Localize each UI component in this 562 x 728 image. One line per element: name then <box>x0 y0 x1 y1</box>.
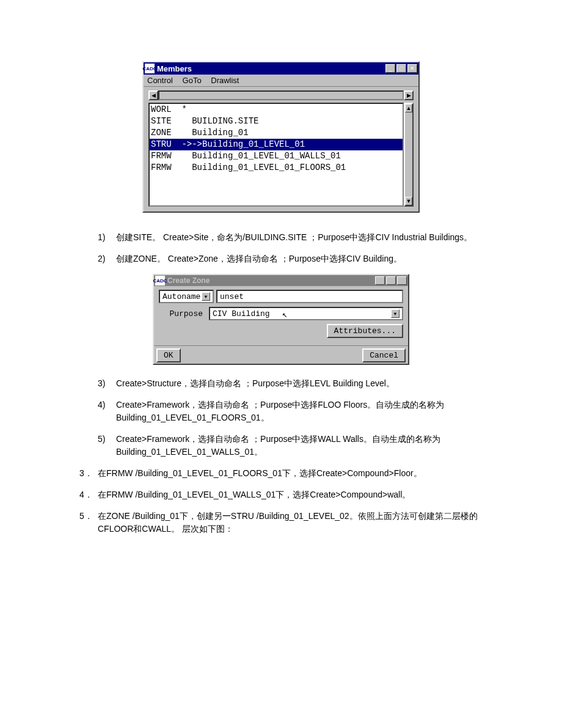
tree-row[interactable]: FRMW Building_01_LEVEL_01_FLOORS_01 <box>150 162 403 174</box>
menubar: Control GoTo Drawlist <box>144 75 418 87</box>
step-number: 4) <box>98 399 105 411</box>
chevron-down-icon[interactable]: ▼ <box>391 309 400 318</box>
purpose-value: CIV Building <box>213 309 270 318</box>
step-number: 3． <box>79 467 93 480</box>
tree-row[interactable]: STRU ->->Building_01_LEVEL_01 <box>150 139 403 150</box>
scroll-track[interactable] <box>158 90 404 100</box>
step-number: 4． <box>79 488 93 501</box>
scroll-right-icon[interactable]: ▶ <box>404 90 414 100</box>
titlebar[interactable]: CADC Create Zone _ □ ✕ <box>154 275 408 286</box>
step-number: 3) <box>98 377 105 390</box>
menu-goto[interactable]: GoTo <box>183 76 202 85</box>
purpose-select[interactable]: CIV Building ↖ ▼ <box>209 307 403 320</box>
autoname-combo[interactable]: Autoname ▼ <box>159 290 214 303</box>
sub-steps-a: 1)创建SITE。 Create>Site，命名为/BUILDING.SITE … <box>79 231 483 265</box>
tree-row[interactable]: SITE BUILDING.SITE <box>150 116 403 127</box>
main-steps: 3．在FRMW /Building_01_LEVEL_01_FLOORS_01下… <box>79 467 483 535</box>
window-title: Create Zone <box>167 276 210 285</box>
tree-row[interactable]: ZONE Building_01 <box>150 127 403 139</box>
minimize-icon[interactable]: _ <box>385 64 395 73</box>
step-number: 5． <box>79 510 93 523</box>
autoname-label: Autoname <box>162 292 200 301</box>
tree-row[interactable]: FRMW Building_01_LEVEL_01_WALLS_01 <box>150 150 403 162</box>
attributes-button[interactable]: Attributes... <box>327 324 403 338</box>
tree-row[interactable]: WORL * <box>150 104 403 116</box>
close-icon[interactable]: ✕ <box>407 64 417 73</box>
step-text: Create>Structure，选择自动命名 ；Purpose中选择LEVL … <box>116 378 395 388</box>
vertical-scrollbar[interactable]: ▲ ▼ <box>404 103 414 207</box>
step-text: 在FRMW /Building_01_LEVEL_01_FLOORS_01下，选… <box>98 468 422 478</box>
app-icon: CADC <box>145 64 155 73</box>
app-icon: CADC <box>155 276 165 285</box>
titlebar[interactable]: CADC Members _ □ ✕ <box>144 62 418 75</box>
close-icon[interactable]: ✕ <box>397 276 407 285</box>
step-text: 在ZONE /Building_01下，创建另一STRU /Building_0… <box>98 511 478 534</box>
cursor-icon: ↖ <box>282 309 287 320</box>
step-text: Create>Framework，选择自动命名 ；Purpose中选择FLOO … <box>116 400 444 422</box>
scroll-down-icon[interactable]: ▼ <box>405 197 412 205</box>
chevron-down-icon[interactable]: ▼ <box>202 292 210 301</box>
sub-steps-b: 3)Create>Structure，选择自动命名 ；Purpose中选择LEV… <box>79 377 483 458</box>
scroll-up-icon[interactable]: ▲ <box>405 104 412 112</box>
tree-list[interactable]: WORL *SITE BUILDING.SITEZONE Building_01… <box>148 103 404 207</box>
name-value: unset <box>220 292 244 301</box>
step-number: 1) <box>98 231 105 244</box>
window-title: Members <box>157 64 385 73</box>
scroll-left-icon[interactable]: ◀ <box>148 90 158 100</box>
maximize-icon[interactable]: □ <box>386 276 396 285</box>
step-text: 创建SITE。 Create>Site，命名为/BUILDING.SITE ；P… <box>116 232 472 242</box>
minimize-icon[interactable]: _ <box>375 276 385 285</box>
ok-button[interactable]: OK <box>156 348 181 362</box>
step-text: 在FRMW /Building_01_LEVEL_01_WALLS_01下，选择… <box>98 490 411 499</box>
menu-control[interactable]: Control <box>147 76 173 85</box>
step-number: 2) <box>98 252 105 265</box>
name-input[interactable]: unset <box>216 290 403 303</box>
members-window: CADC Members _ □ ✕ Control GoTo Drawlist… <box>142 61 420 213</box>
create-zone-window: CADC Create Zone _ □ ✕ Autoname ▼ unset … <box>153 274 409 365</box>
purpose-label: Purpose <box>159 309 206 318</box>
cancel-button[interactable]: Cancel <box>362 348 406 362</box>
maximize-icon[interactable]: □ <box>396 64 406 73</box>
step-number: 5) <box>98 433 105 446</box>
step-text: Create>Framework，选择自动命名 ；Purpose中选择WALL … <box>116 434 440 457</box>
horizontal-scrollbar[interactable]: ◀ ▶ <box>148 90 414 100</box>
step-text: 创建ZONE。 Create>Zone，选择自动命名 ；Purpose中选择CI… <box>116 254 402 263</box>
menu-drawlist[interactable]: Drawlist <box>211 76 239 85</box>
